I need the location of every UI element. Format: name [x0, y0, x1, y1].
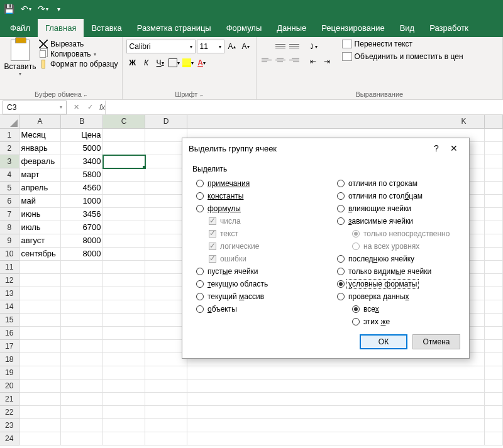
col-header-C[interactable]: C [103, 115, 145, 129]
cell[interactable] [103, 406, 145, 419]
cell[interactable] [103, 419, 145, 432]
cell[interactable] [103, 393, 145, 406]
cell[interactable] [443, 406, 485, 419]
cell[interactable]: 3400 [61, 155, 103, 168]
cell[interactable] [485, 221, 503, 234]
dialog-titlebar[interactable]: Выделить группу ячеек ? ✕ [182, 138, 469, 158]
row-header-14[interactable]: 14 [0, 300, 19, 314]
cell[interactable] [485, 287, 503, 300]
cell[interactable] [103, 340, 145, 353]
cell[interactable] [61, 327, 103, 340]
cell[interactable]: 1000 [61, 195, 103, 208]
cell[interactable] [443, 366, 485, 380]
cell[interactable] [485, 182, 503, 195]
cell[interactable] [103, 142, 145, 155]
cell[interactable]: 5000 [61, 142, 103, 155]
col-header-gap[interactable] [187, 115, 443, 129]
cell[interactable] [103, 208, 145, 221]
paste-button[interactable]: Вставить ▾ [4, 40, 36, 77]
cell[interactable] [61, 380, 103, 393]
enter-formula-button[interactable]: ✓ [83, 101, 97, 114]
tab-formulas[interactable]: Формулы [219, 19, 270, 37]
cell[interactable] [19, 432, 62, 445]
cell[interactable]: январь [19, 142, 62, 155]
radio-all[interactable]: всех [333, 303, 459, 315]
cell[interactable] [443, 393, 485, 406]
cell[interactable] [61, 366, 103, 380]
cell[interactable]: август [19, 234, 62, 248]
tab-file[interactable]: Файл [3, 19, 38, 37]
cell[interactable] [485, 327, 503, 340]
cell[interactable] [103, 261, 145, 274]
cell[interactable] [19, 314, 62, 327]
cell[interactable] [19, 274, 62, 287]
increase-indent-button[interactable]: ⇥ [321, 55, 333, 68]
row-header-20[interactable]: 20 [0, 380, 19, 393]
radio-current-array[interactable]: текущий массив [192, 290, 318, 303]
italic-button[interactable]: К [140, 56, 153, 70]
row-header-4[interactable]: 4 [0, 168, 19, 182]
cell[interactable] [61, 261, 103, 274]
cell[interactable] [145, 366, 187, 380]
cell[interactable] [485, 432, 503, 445]
cell[interactable] [103, 129, 145, 142]
cell[interactable] [187, 419, 443, 432]
radio-visible-only[interactable]: только видимые ячейки [333, 265, 459, 278]
row-header-18[interactable]: 18 [0, 353, 19, 366]
cell[interactable] [103, 168, 145, 182]
cell[interactable] [103, 155, 145, 168]
cell[interactable] [19, 327, 62, 340]
font-name-combo[interactable]: Calibri▾ [126, 40, 196, 53]
cell[interactable] [485, 353, 503, 366]
tab-view[interactable]: Вид [392, 19, 423, 37]
cell[interactable] [61, 432, 103, 445]
cell[interactable] [145, 432, 187, 445]
tab-insert[interactable]: Вставка [84, 19, 129, 37]
name-box[interactable]: C3▾ [3, 101, 67, 114]
radio-blanks[interactable]: пустые ячейки [192, 265, 318, 278]
radio-precedents[interactable]: влияющие ячейки [333, 202, 459, 215]
save-icon[interactable]: 💾 [4, 4, 14, 14]
cell[interactable] [485, 234, 503, 248]
cell[interactable] [485, 195, 503, 208]
align-right-button[interactable] [288, 53, 301, 66]
cell[interactable] [485, 261, 503, 274]
cell[interactable] [103, 195, 145, 208]
cell[interactable] [187, 366, 443, 380]
row-header-11[interactable]: 11 [0, 261, 19, 274]
cell[interactable] [485, 393, 503, 406]
cell[interactable] [103, 327, 145, 340]
decrease-indent-button[interactable]: ⇤ [307, 55, 319, 68]
row-header-7[interactable]: 7 [0, 208, 19, 221]
align-center-button[interactable] [274, 53, 287, 66]
merge-center-button[interactable]: Объединить и поместить в цен [342, 52, 463, 61]
cell[interactable] [103, 221, 145, 234]
row-header-2[interactable]: 2 [0, 142, 19, 155]
radio-conditional-formats[interactable]: условные форматы [333, 278, 459, 290]
cell[interactable] [443, 432, 485, 445]
align-bottom-button[interactable] [288, 40, 301, 52]
dialog-help-button[interactable]: ? [428, 139, 445, 157]
cell[interactable] [103, 432, 145, 445]
cell[interactable] [145, 419, 187, 432]
cell[interactable] [61, 287, 103, 300]
cell[interactable] [103, 287, 145, 300]
row-header-12[interactable]: 12 [0, 274, 19, 287]
fx-icon[interactable]: fx [99, 103, 105, 112]
cell[interactable] [19, 300, 62, 314]
cell[interactable] [19, 393, 62, 406]
redo-button[interactable]: ↷▾ [38, 4, 48, 14]
cell[interactable]: 8000 [61, 248, 103, 261]
tab-home[interactable]: Главная [38, 19, 84, 37]
cell[interactable] [61, 406, 103, 419]
cell[interactable] [103, 234, 145, 248]
cell[interactable] [61, 393, 103, 406]
cell[interactable] [485, 129, 503, 142]
align-top-button[interactable] [260, 40, 273, 52]
cell[interactable] [187, 432, 443, 445]
col-header-D[interactable]: D [145, 115, 187, 129]
cell[interactable] [485, 248, 503, 261]
cell[interactable] [19, 380, 62, 393]
cell[interactable] [103, 366, 145, 380]
cell[interactable]: 4560 [61, 182, 103, 195]
